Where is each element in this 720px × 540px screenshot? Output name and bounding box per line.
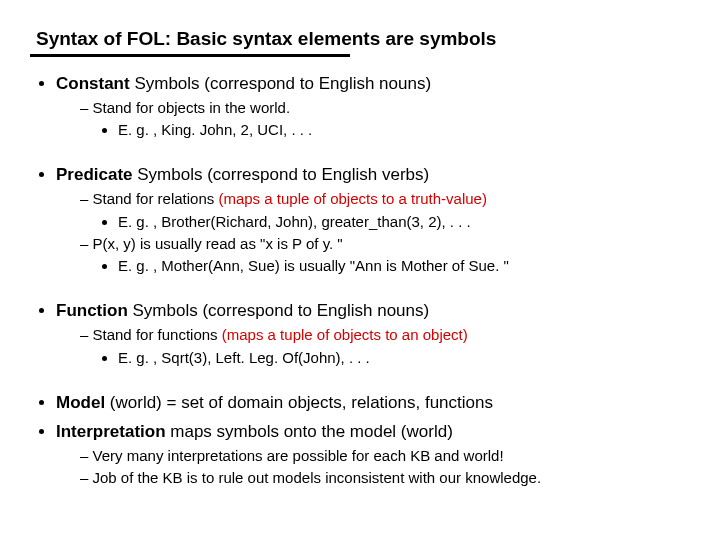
section-head-bold: Constant bbox=[56, 74, 130, 93]
title-underline bbox=[30, 54, 350, 57]
sub-text: P(x, y) is usually read as "x is P of y.… bbox=[93, 235, 343, 252]
content-list: Constant Symbols (correspond to English … bbox=[30, 73, 690, 488]
sub-text: Stand for functions bbox=[93, 326, 222, 343]
section-interpretation: Interpretation maps symbols onto the mod… bbox=[56, 421, 690, 488]
section-head-rest: Symbols (correspond to English nouns) bbox=[128, 301, 429, 320]
note-item: Job of the KB is to rule out models inco… bbox=[80, 468, 690, 488]
model-rest: (world) = set of domain objects, relatio… bbox=[105, 393, 493, 412]
sub-text: Stand for relations bbox=[93, 190, 219, 207]
example-item: E. g. , Brother(Richard, John), greater_… bbox=[118, 212, 690, 232]
model-bold: Model bbox=[56, 393, 105, 412]
example-item: E. g. , Sqrt(3), Left. Leg. Of(John), . … bbox=[118, 348, 690, 368]
example-item: E. g. , King. John, 2, UCI, . . . bbox=[118, 120, 690, 140]
sub-item: Stand for objects in the world. E. g. , … bbox=[80, 98, 690, 141]
sub-item: Stand for functions (maps a tuple of obj… bbox=[80, 325, 690, 368]
example-item: E. g. , Mother(Ann, Sue) is usually "Ann… bbox=[118, 256, 690, 276]
interp-bold: Interpretation bbox=[56, 422, 166, 441]
section-head-bold: Predicate bbox=[56, 165, 133, 184]
section-head-rest: Symbols (correspond to English nouns) bbox=[130, 74, 431, 93]
section-constant: Constant Symbols (correspond to English … bbox=[56, 73, 690, 140]
section-predicate: Predicate Symbols (correspond to English… bbox=[56, 164, 690, 276]
note-item: Very many interpretations are possible f… bbox=[80, 446, 690, 466]
sub-item: Stand for relations (maps a tuple of obj… bbox=[80, 189, 690, 232]
section-function: Function Symbols (correspond to English … bbox=[56, 300, 690, 367]
section-model: Model (world) = set of domain objects, r… bbox=[56, 392, 690, 415]
sub-red: (maps a tuple of objects to an object) bbox=[222, 326, 468, 343]
sub-item: P(x, y) is usually read as "x is P of y.… bbox=[80, 234, 690, 277]
slide-title: Syntax of FOL: Basic syntax elements are… bbox=[36, 28, 690, 50]
slide-root: Syntax of FOL: Basic syntax elements are… bbox=[0, 0, 720, 508]
sub-red: (maps a tuple of objects to a truth-valu… bbox=[218, 190, 486, 207]
section-head-rest: Symbols (correspond to English verbs) bbox=[133, 165, 430, 184]
section-head-bold: Function bbox=[56, 301, 128, 320]
interp-rest: maps symbols onto the model (world) bbox=[166, 422, 453, 441]
sub-text: Stand for objects in the world. bbox=[93, 99, 291, 116]
